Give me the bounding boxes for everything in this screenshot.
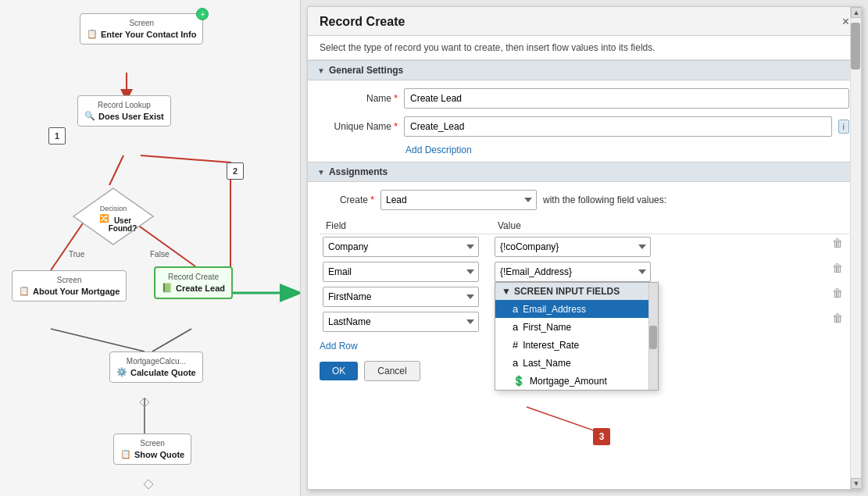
delete-row-4[interactable]: 🗑: [832, 312, 843, 324]
currency-icon-mortgage: 💲: [513, 375, 525, 387]
text-icon-email: a: [513, 303, 518, 315]
panel-subtitle: Select the type of record you want to cr…: [308, 36, 861, 60]
node-record-create[interactable]: Record Create 📗 Create Lead: [154, 266, 233, 299]
panel-title: Record Create: [320, 15, 405, 29]
general-settings-label: General Settings: [329, 65, 403, 76]
delete-row-3[interactable]: 🗑: [832, 287, 843, 299]
text-icon-firstname: a: [513, 321, 518, 333]
value-select-email[interactable]: {!Email_Address}: [495, 262, 651, 282]
item-label-mortgage: Mortgage_Amount: [530, 376, 607, 387]
node-title-record-lookup: Does User Exist: [98, 112, 164, 121]
ok-button[interactable]: OK: [320, 362, 358, 380]
badge-1: 1: [48, 127, 66, 145]
dropdown-item-email[interactable]: a Email_Address: [495, 300, 658, 318]
node-mortgage-calc[interactable]: MortgageCalcu... ⚙️ Calculate Quote: [109, 351, 203, 383]
dropdown-item-mortgage[interactable]: 💲 Mortgage_Amount: [495, 372, 658, 390]
field-select-firstname[interactable]: FirstName: [323, 287, 479, 307]
scroll-down-btn[interactable]: ▼: [851, 478, 862, 489]
record-create-icon: 📗: [162, 283, 173, 293]
dropdown-popup: ▼ SCREEN INPUT FIELDS a Email_Address a …: [495, 282, 659, 391]
following-text: with the following field values:: [543, 194, 666, 205]
table-row: Company {!coCompany} 🗑: [320, 234, 849, 260]
node-type-record-lookup: Record Lookup: [84, 101, 164, 109]
node-record-lookup[interactable]: Record Lookup 🔍 Does User Exist: [77, 95, 171, 127]
calc-icon: ⚙️: [116, 367, 127, 377]
svg-line-5: [152, 329, 191, 351]
value-column-header: Value: [491, 218, 826, 234]
field-select-email[interactable]: Email: [323, 262, 479, 282]
svg-text:Decision: Decision: [100, 205, 127, 212]
general-settings-section: ▼ General Settings: [308, 60, 861, 80]
screen-icon-show-quote: 📋: [120, 449, 131, 459]
value-select-company[interactable]: {!coCompany}: [495, 237, 651, 257]
svg-text:Found?: Found?: [109, 224, 138, 233]
dropdown-scroll-thumb: [649, 326, 657, 349]
item-label-lastname: Last_Name: [523, 358, 570, 369]
info-button[interactable]: i: [838, 120, 849, 134]
triangle-icon-general: ▼: [317, 66, 325, 75]
collapse-icon: ▼: [502, 286, 511, 297]
node-decision[interactable]: Decision 🔀 User Found?: [70, 185, 156, 248]
dropdown-item-firstname[interactable]: a First_Name: [495, 318, 658, 336]
create-label: Create *: [320, 194, 374, 205]
node-title-record-create: Create Lead: [176, 284, 225, 293]
form-body: Name * Unique Name * i Add Description ▼…: [308, 80, 861, 489]
screen-input-fields-label: SCREEN INPUT FIELDS: [514, 286, 620, 297]
node-show-quote[interactable]: Screen 📋 Show Quote: [113, 434, 191, 465]
node-enter-contact[interactable]: + Screen 📋 Enter Your Contact Info: [80, 13, 203, 45]
add-description-link[interactable]: Add Description: [405, 145, 472, 155]
false-label: False: [150, 250, 169, 259]
svg-text:🔀: 🔀: [99, 213, 109, 223]
true-label: True: [69, 250, 84, 259]
node-screen-mortgage[interactable]: Screen 📋 About Your Mortgage: [12, 270, 127, 302]
table-row: Email {!Email_Address} ▼: [320, 259, 849, 284]
panel-header: Record Create ×: [308, 7, 861, 36]
node-title-enter-contact: Enter Your Contact Info: [101, 30, 196, 39]
delete-row-2[interactable]: 🗑: [832, 262, 843, 274]
node-type-screen-mortgage: Screen: [19, 276, 120, 284]
item-label-email: Email_Address: [523, 304, 586, 315]
scroll-thumb[interactable]: [851, 23, 860, 70]
dropdown-item-lastname[interactable]: a Last_Name: [495, 354, 658, 372]
delete-row-1[interactable]: 🗑: [832, 237, 843, 249]
cancel-button[interactable]: Cancel: [364, 361, 420, 381]
unique-name-input[interactable]: [404, 116, 832, 137]
screen-icon-enter: 📋: [87, 29, 98, 39]
field-select-lastname[interactable]: LastName: [323, 312, 479, 332]
number-icon-interest: #: [513, 339, 518, 351]
field-select-company[interactable]: Company: [323, 237, 479, 257]
node-title-mortgage-calc: Calculate Quote: [130, 368, 196, 377]
node-title-show-quote: Show Quote: [134, 450, 184, 459]
field-column-header: Field: [320, 218, 491, 234]
field-value-table: Field Value Company: [320, 218, 849, 334]
name-input[interactable]: [404, 88, 849, 109]
assignments-section: ▼ Assignments: [308, 162, 861, 182]
item-label-firstname: First_Name: [523, 322, 571, 333]
node-type-record-create: Record Create: [162, 273, 225, 281]
green-dot: +: [196, 8, 209, 20]
dropdown-section-header: ▼ SCREEN INPUT FIELDS: [495, 283, 658, 300]
panel-scrollbar[interactable]: ▲ ▼: [850, 7, 861, 489]
lookup-icon: 🔍: [84, 111, 95, 121]
diamond-connector: [139, 397, 150, 408]
name-row: Name *: [320, 88, 849, 109]
dropdown-item-interest[interactable]: # Interest_Rate: [495, 336, 658, 354]
svg-marker-13: [140, 398, 149, 407]
record-panel: ▲ ▼ Record Create × Select the type of r…: [307, 6, 862, 490]
unique-name-label: Unique Name *: [320, 121, 398, 132]
dropdown-scrollbar[interactable]: [648, 283, 658, 390]
svg-line-1: [109, 155, 123, 185]
text-icon-lastname: a: [513, 357, 518, 369]
badge-2: 2: [227, 162, 244, 180]
svg-line-4: [51, 329, 145, 351]
svg-marker-14: [144, 480, 153, 489]
object-select[interactable]: Lead: [380, 190, 537, 210]
screen-icon-mortgage: 📋: [19, 286, 30, 296]
add-row-link[interactable]: Add Row: [320, 341, 358, 351]
close-button[interactable]: ×: [842, 15, 849, 29]
flow-canvas: 1 2 + Screen 📋 Enter Your Contact Info R…: [0, 0, 301, 496]
scroll-up-btn[interactable]: ▲: [851, 7, 862, 18]
node-title-screen-mortgage: About Your Mortgage: [33, 287, 120, 296]
diamond-connector-bottom: [143, 479, 154, 490]
triangle-icon-assignments: ▼: [317, 168, 325, 177]
